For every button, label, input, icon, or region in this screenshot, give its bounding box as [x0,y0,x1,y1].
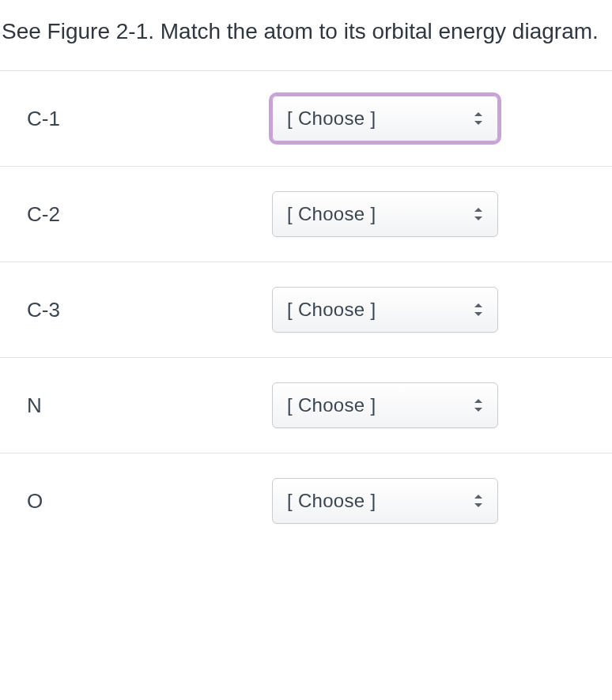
updown-icon [472,109,485,128]
dropdown-value: [ Choose ] [287,490,376,512]
atom-label: O [27,489,272,514]
atom-label: C-3 [27,298,272,322]
choice-dropdown-c1[interactable]: [ Choose ] [272,96,498,141]
updown-icon [472,300,485,319]
match-row: C-1 [ Choose ] [0,70,612,166]
match-row: C-2 [ Choose ] [0,166,612,262]
choice-dropdown-c3[interactable]: [ Choose ] [272,287,498,333]
match-row: O [ Choose ] [0,453,612,548]
match-row: C-3 [ Choose ] [0,262,612,357]
atom-label: C-2 [27,202,272,227]
atom-label: N [27,393,272,418]
choice-dropdown-c2[interactable]: [ Choose ] [272,191,498,237]
updown-icon [472,491,485,510]
question-text: See Figure 2-1. Match the atom to its or… [0,0,612,70]
dropdown-value: [ Choose ] [287,299,376,321]
updown-icon [472,396,485,415]
match-row: N [ Choose ] [0,357,612,453]
dropdown-value: [ Choose ] [287,203,376,225]
choice-dropdown-n[interactable]: [ Choose ] [272,382,498,428]
dropdown-value: [ Choose ] [287,107,376,130]
atom-label: C-1 [27,107,272,131]
choice-dropdown-o[interactable]: [ Choose ] [272,478,498,524]
question-page: See Figure 2-1. Match the atom to its or… [0,0,612,548]
dropdown-value: [ Choose ] [287,394,376,416]
updown-icon [472,205,485,224]
